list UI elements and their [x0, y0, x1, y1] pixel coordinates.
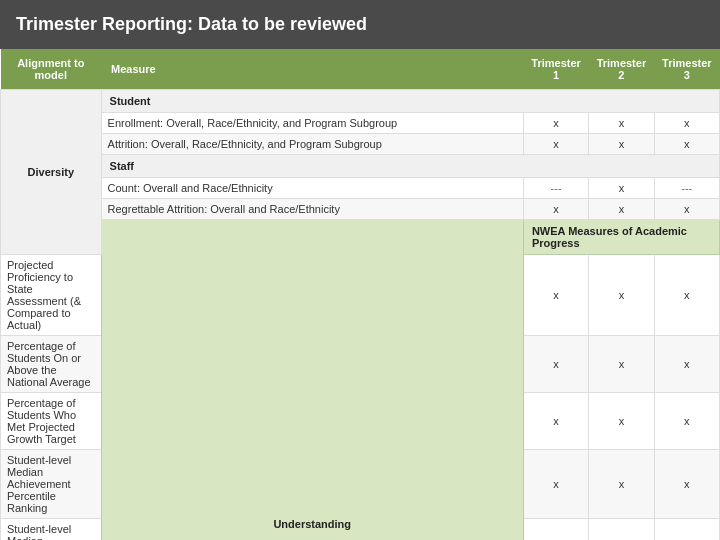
tri3-value: x — [654, 113, 719, 134]
measure-cell: Attrition: Overall, Race/Ethnicity, and … — [101, 134, 523, 155]
tri3-value: --- — [654, 178, 719, 199]
tri1-value: x — [523, 336, 588, 393]
measure-cell: Regrettable Attrition: Overall and Race/… — [101, 199, 523, 220]
tri3-value: x — [654, 336, 719, 393]
tri3-value: x — [654, 255, 719, 336]
measure-cell: Enrollment: Overall, Race/Ethnicity, and… — [101, 113, 523, 134]
measure-cell: Percentage of Students On or Above the N… — [1, 336, 102, 393]
tri1-value: x — [523, 519, 588, 541]
alignment-cell: Understanding — [101, 220, 523, 541]
tri3-value: x — [654, 519, 719, 541]
tri3-header: Trimester 3 — [654, 49, 719, 90]
category-label: Student — [101, 90, 719, 113]
measure-cell: Student-level Median Conditional Growth … — [1, 519, 102, 541]
tri1-value: x — [523, 450, 588, 519]
tri3-value: x — [654, 450, 719, 519]
tri1-value: x — [523, 199, 588, 220]
tri2-value: x — [589, 255, 654, 336]
tri1-value: x — [523, 393, 588, 450]
tri3-value: x — [654, 199, 719, 220]
measure-cell: Count: Overall and Race/Ethnicity — [101, 178, 523, 199]
nwea-label: NWEA Measures of Academic Progress — [523, 220, 719, 255]
measure-header: Measure — [101, 49, 523, 90]
tri2-value: x — [589, 113, 654, 134]
measure-cell: Student-level Median Achievement Percent… — [1, 450, 102, 519]
tri2-value: x — [589, 134, 654, 155]
measure-cell: Percentage of Students Who Met Projected… — [1, 393, 102, 450]
tri1-value: x — [523, 255, 588, 336]
table-header: Alignment to model Measure Trimester 1 T… — [1, 49, 720, 90]
tri1-value: x — [523, 113, 588, 134]
measure-cell: Projected Proficiency to State Assessmen… — [1, 255, 102, 336]
tri2-value: x — [589, 178, 654, 199]
tri2-header: Trimester 2 — [589, 49, 654, 90]
tri3-value: x — [654, 393, 719, 450]
tri2-value: x — [589, 393, 654, 450]
page-title: Trimester Reporting: Data to be reviewed — [0, 0, 720, 49]
tri2-value: x — [589, 199, 654, 220]
tri2-value: x — [589, 450, 654, 519]
alignment-header: Alignment to model — [1, 49, 102, 90]
tri2-value: x — [589, 336, 654, 393]
tri1-value: --- — [523, 178, 588, 199]
tri1-header: Trimester 1 — [523, 49, 588, 90]
tri2-value: x — [589, 519, 654, 541]
tri3-value: x — [654, 134, 719, 155]
alignment-cell: Diversity — [1, 90, 102, 255]
tri1-value: x — [523, 134, 588, 155]
category-label: Staff — [101, 155, 719, 178]
